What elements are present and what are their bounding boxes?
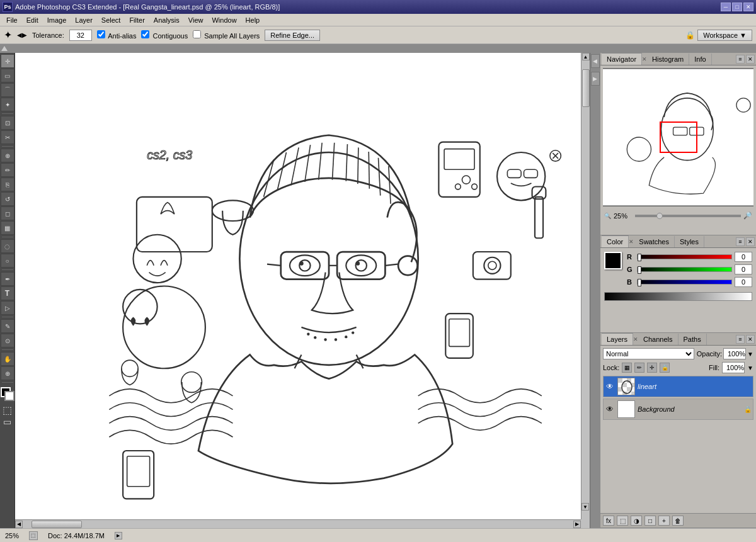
workspace-button[interactable]: Workspace ▼ — [697, 30, 752, 41]
layers-tab-close[interactable]: ✕ — [633, 336, 638, 342]
scroll-thumb-horizontal[interactable] — [32, 521, 82, 528]
lock-all-button[interactable]: 🔒 — [660, 363, 670, 373]
red-value-input[interactable] — [735, 252, 752, 262]
navigator-viewport-box[interactable] — [660, 121, 697, 153]
artwork-canvas[interactable]: cs2, cs3 — [15, 53, 581, 519]
zoom-slider[interactable] — [635, 215, 741, 217]
lasso-tool-button[interactable]: ⌒ — [1, 83, 14, 97]
info-tab[interactable]: Info — [689, 54, 711, 65]
menu-layer[interactable]: Layer — [71, 15, 96, 25]
antialias-checkbox[interactable] — [97, 30, 105, 38]
navigator-tab-close[interactable]: ✕ — [642, 56, 647, 62]
close-button[interactable]: ✕ — [743, 3, 753, 11]
restore-button[interactable]: □ — [732, 3, 742, 11]
layer-visibility-background[interactable]: 👁 — [605, 404, 615, 414]
menu-view[interactable]: View — [185, 15, 207, 25]
opacity-input[interactable] — [723, 348, 746, 359]
group-layers-button[interactable]: □ — [644, 516, 656, 526]
scroll-thumb-vertical[interactable] — [582, 69, 590, 107]
magic-wand-button[interactable]: ✦ — [1, 98, 14, 111]
crop-tool-button[interactable]: ⊡ — [1, 116, 14, 130]
blend-mode-select[interactable]: Normal Multiply Screen — [603, 348, 694, 359]
eraser-tool-button[interactable]: ◻ — [1, 206, 14, 220]
menu-select[interactable]: Select — [98, 15, 125, 25]
menu-edit[interactable]: Edit — [23, 15, 42, 25]
ruler-marker[interactable] — [1, 46, 8, 51]
histogram-tab[interactable]: Histogram — [647, 54, 689, 65]
heal-tool-button[interactable]: ⊕ — [1, 149, 14, 162]
history-brush-button[interactable]: ↺ — [1, 192, 14, 206]
marquee-tool-button[interactable]: ▭ — [1, 69, 14, 82]
red-slider[interactable] — [637, 254, 732, 259]
contiguous-checkbox[interactable] — [141, 30, 149, 38]
paths-tab[interactable]: Paths — [679, 334, 707, 345]
slice-tool-button[interactable]: ✂ — [1, 130, 14, 144]
green-slider-thumb[interactable] — [638, 266, 641, 274]
opacity-dropdown-icon[interactable]: ▼ — [747, 351, 753, 358]
panel-toggle-button[interactable]: ◀ — [591, 54, 600, 68]
minimize-button[interactable]: ─ — [721, 3, 731, 11]
layer-visibility-lineart[interactable]: 👁 — [605, 381, 615, 392]
pen-tool-button[interactable]: ✒ — [1, 272, 14, 286]
menu-filter[interactable]: Filter — [125, 15, 148, 25]
screen-mode-button[interactable]: ▭ — [3, 417, 11, 427]
layer-row-lineart[interactable]: 👁 — [603, 376, 753, 397]
new-layer-button[interactable]: + — [658, 516, 670, 526]
shape-tool-button[interactable]: ▷ — [1, 301, 14, 315]
refine-edge-button[interactable]: Refine Edge... — [265, 30, 320, 41]
notes-tool-button[interactable]: ✎ — [1, 319, 14, 333]
scroll-down-button[interactable]: ▼ — [581, 503, 589, 511]
navigator-menu-button[interactable]: ≡ — [736, 55, 745, 64]
color-tab[interactable]: Color — [602, 235, 629, 247]
eyedropper-tool-button[interactable]: ⊙ — [1, 334, 14, 347]
move-tool-button[interactable]: ✛ — [1, 54, 14, 68]
status-arrow[interactable]: ▶ — [115, 532, 122, 539]
layer-row-background[interactable]: 👁 Background 🔒 — [603, 398, 753, 420]
navigator-tab[interactable]: Navigator — [602, 53, 642, 65]
color-close-button[interactable]: ✕ — [746, 237, 755, 246]
green-slider[interactable] — [637, 267, 732, 272]
zoom-in-icon[interactable]: 🔎 — [743, 212, 752, 220]
zoom-slider-thumb[interactable] — [656, 213, 663, 219]
color-menu-button[interactable]: ≡ — [736, 237, 745, 246]
layers-tab[interactable]: Layers — [602, 333, 633, 345]
text-tool-button[interactable]: T — [1, 286, 14, 300]
adjustment-layer-button[interactable]: ◑ — [631, 516, 642, 526]
vertical-scrollbar[interactable]: ▲ ▼ — [581, 53, 590, 519]
color-spectrum-bar[interactable] — [604, 292, 752, 301]
navigator-close-button[interactable]: ✕ — [746, 55, 755, 64]
sample-all-layers-checkbox[interactable] — [193, 30, 201, 38]
red-slider-thumb[interactable] — [638, 254, 641, 261]
horizontal-scrollbar[interactable]: ◀ ▶ — [15, 519, 581, 528]
color-tab-close[interactable]: ✕ — [629, 239, 634, 245]
layer-mask-button[interactable]: ⬚ — [617, 516, 628, 526]
zoom-tool-button[interactable]: ⊕ — [1, 366, 14, 380]
blue-value-input[interactable] — [735, 277, 752, 287]
lock-image-button[interactable]: ✏ — [634, 363, 644, 373]
panel-expand-button[interactable]: ▶ — [591, 72, 600, 86]
lock-transparent-button[interactable]: ▦ — [622, 363, 632, 373]
canvas-container[interactable]: cs2, cs3 — [15, 53, 581, 519]
magic-wand-tool-icon[interactable]: ✦ — [4, 29, 12, 41]
channels-tab[interactable]: Channels — [638, 334, 678, 345]
quick-mask-button[interactable]: ⬚ — [3, 404, 12, 416]
menu-help[interactable]: Help — [242, 15, 264, 25]
menu-analysis[interactable]: Analysis — [150, 15, 183, 25]
clone-tool-button[interactable]: ⎘ — [1, 178, 14, 191]
scroll-right-button[interactable]: ▶ — [573, 521, 581, 528]
fill-input[interactable] — [722, 362, 745, 373]
fill-dropdown-icon[interactable]: ▼ — [747, 364, 753, 371]
status-icon[interactable]: ⬚ — [29, 531, 38, 540]
tolerance-input[interactable] — [69, 30, 92, 41]
blue-slider-thumb[interactable] — [638, 279, 641, 286]
hand-tool-button[interactable]: ✋ — [1, 352, 14, 366]
zoom-out-icon[interactable]: 🔍 — [604, 213, 611, 219]
blue-slider[interactable] — [637, 279, 732, 285]
layers-menu-button[interactable]: ≡ — [736, 335, 745, 344]
current-color-swatch[interactable] — [604, 252, 622, 269]
menu-file[interactable]: File — [3, 15, 21, 25]
gradient-tool-button[interactable]: ▦ — [1, 221, 14, 235]
background-color-swatch[interactable] — [4, 391, 14, 401]
menu-window[interactable]: Window — [208, 15, 240, 25]
green-value-input[interactable] — [735, 264, 752, 274]
